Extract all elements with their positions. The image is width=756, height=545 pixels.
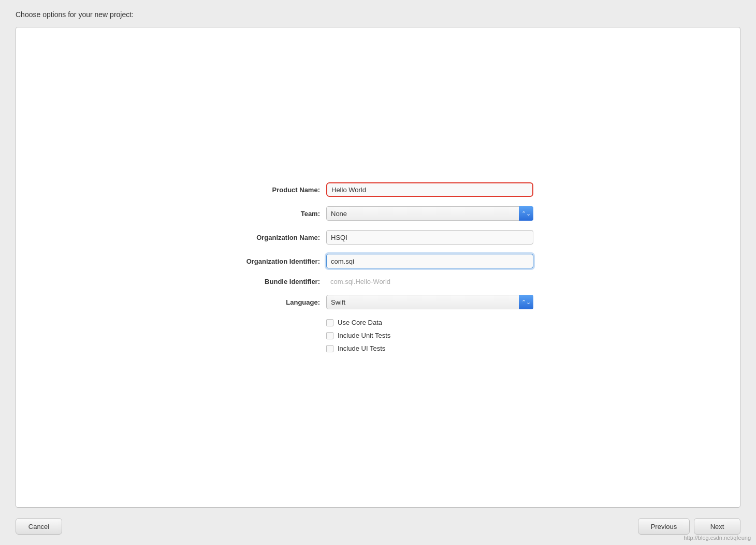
team-control: None Personal Team ⌃⌄ <box>326 206 533 221</box>
language-label: Language: <box>223 298 326 306</box>
language-select[interactable]: Swift Objective-C <box>326 295 533 309</box>
bundle-id-row: Bundle Identifier: com.sqi.Hello-World <box>223 278 533 285</box>
bundle-id-control: com.sqi.Hello-World <box>326 278 533 285</box>
include-unit-tests-label: Include Unit Tests <box>338 332 390 339</box>
use-core-data-item: Use Core Data <box>326 319 533 326</box>
use-core-data-label: Use Core Data <box>338 319 382 326</box>
main-panel: Product Name: Team: None Personal Team ⌃… <box>16 27 740 508</box>
include-ui-tests-label: Include UI Tests <box>338 345 385 352</box>
product-name-row: Product Name: <box>223 182 533 197</box>
team-label: Team: <box>223 210 326 218</box>
language-control: Swift Objective-C ⌃⌄ <box>326 295 533 309</box>
product-name-label: Product Name: <box>223 186 326 194</box>
bottom-bar: Cancel Previous Next <box>16 508 740 535</box>
team-row: Team: None Personal Team ⌃⌄ <box>223 206 533 221</box>
product-name-input[interactable] <box>326 182 533 197</box>
org-id-label: Organization Identifier: <box>223 257 326 265</box>
org-id-row: Organization Identifier: <box>223 254 533 268</box>
include-ui-tests-item: Include UI Tests <box>326 345 533 352</box>
form-container: Product Name: Team: None Personal Team ⌃… <box>223 182 533 352</box>
team-select-wrapper: None Personal Team ⌃⌄ <box>326 206 533 221</box>
org-name-row: Organization Name: <box>223 230 533 245</box>
previous-button[interactable]: Previous <box>638 518 690 535</box>
org-name-control <box>326 230 533 245</box>
org-id-control <box>326 254 533 268</box>
bundle-id-label: Bundle Identifier: <box>223 278 326 285</box>
bottom-right: Previous Next <box>638 518 740 535</box>
include-unit-tests-item: Include Unit Tests <box>326 332 533 339</box>
org-id-input[interactable] <box>326 254 533 268</box>
product-name-control <box>326 182 533 197</box>
page-title: Choose options for your new project: <box>16 10 740 19</box>
language-select-wrapper: Swift Objective-C ⌃⌄ <box>326 295 533 309</box>
checkboxes-section: Use Core Data Include Unit Tests Include… <box>223 319 533 352</box>
next-button[interactable]: Next <box>694 518 740 535</box>
language-row: Language: Swift Objective-C ⌃⌄ <box>223 295 533 309</box>
use-core-data-checkbox[interactable] <box>326 319 333 326</box>
bundle-id-value: com.sqi.Hello-World <box>326 276 395 288</box>
team-select[interactable]: None Personal Team <box>326 206 533 221</box>
org-name-input[interactable] <box>326 230 533 245</box>
org-name-label: Organization Name: <box>223 234 326 241</box>
include-ui-tests-checkbox[interactable] <box>326 345 333 352</box>
cancel-button[interactable]: Cancel <box>16 518 62 535</box>
watermark: http://blog.csdn.net/qfeung <box>684 535 751 541</box>
include-unit-tests-checkbox[interactable] <box>326 332 333 339</box>
